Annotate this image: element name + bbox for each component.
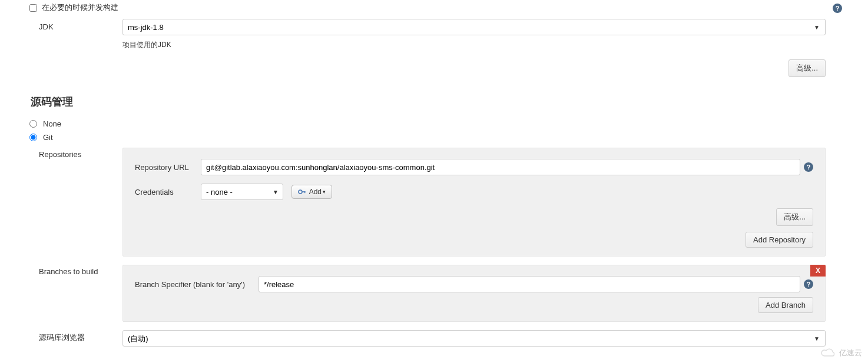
branch-specifier-label: Branch Specifier (blank for 'any') xyxy=(135,280,259,289)
branches-label: Branches to build xyxy=(5,265,122,276)
scm-git-radio[interactable] xyxy=(29,134,37,141)
repo-browser-select[interactable]: (自动) xyxy=(122,330,826,347)
svg-point-0 xyxy=(299,190,302,194)
add-credentials-button[interactable]: Add▾ xyxy=(291,185,332,199)
repository-block: Repository URL ? Credentials - none - xyxy=(122,148,826,257)
concurrent-build-label: 在必要的时候并发构建 xyxy=(42,2,118,13)
branch-specifier-input[interactable] xyxy=(259,276,800,292)
repo-advanced-button[interactable]: 高级... xyxy=(776,208,813,226)
scm-heading: 源码管理 xyxy=(5,88,863,117)
scm-none-radio[interactable] xyxy=(29,120,37,128)
concurrent-build-checkbox[interactable] xyxy=(29,4,37,12)
svg-rect-2 xyxy=(304,191,305,193)
scm-none-label: None xyxy=(43,119,61,128)
delete-branch-button[interactable]: X xyxy=(810,265,826,277)
jdk-hint: 项目使用的JDK xyxy=(5,40,863,50)
help-icon[interactable]: ? xyxy=(804,162,813,172)
repositories-label: Repositories xyxy=(5,148,122,159)
scm-git-label: Git xyxy=(43,133,53,142)
credentials-select[interactable]: - none - xyxy=(201,184,283,200)
key-icon xyxy=(298,189,306,195)
repo-url-label: Repository URL xyxy=(135,163,201,172)
jdk-label: JDK xyxy=(5,19,122,31)
add-branch-button[interactable]: Add Branch xyxy=(758,297,813,313)
jdk-select[interactable]: ms-jdk-1.8 xyxy=(122,19,826,35)
add-repository-button[interactable]: Add Repository xyxy=(746,232,813,248)
credentials-label: Credentials xyxy=(135,188,201,197)
repo-url-input[interactable] xyxy=(201,159,800,175)
advanced-button[interactable]: 高级... xyxy=(789,59,826,77)
dropdown-caret-icon: ▾ xyxy=(323,189,326,195)
help-icon[interactable]: ? xyxy=(833,4,842,13)
repo-browser-label: 源码库浏览器 xyxy=(5,330,122,343)
branch-block: X Branch Specifier (blank for 'any') ? A… xyxy=(122,265,826,322)
help-icon[interactable]: ? xyxy=(804,279,813,289)
add-credentials-label: Add xyxy=(309,188,322,196)
